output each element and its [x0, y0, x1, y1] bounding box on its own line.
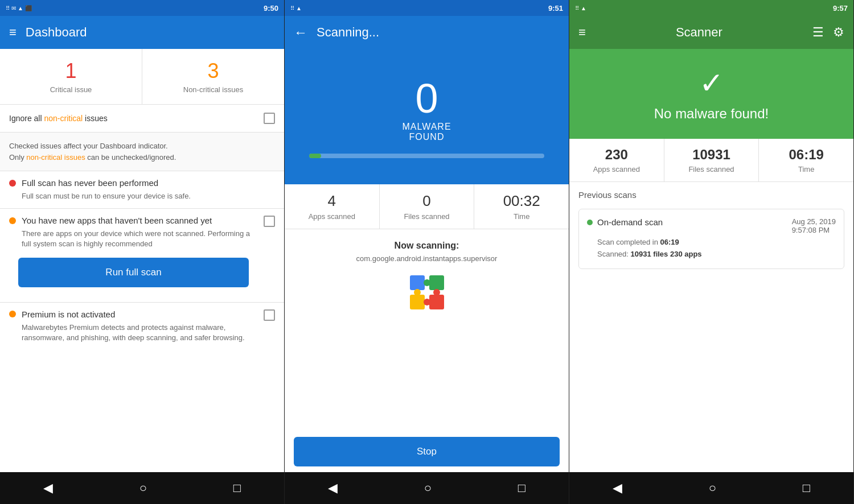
result-time-num: 06:19	[767, 147, 845, 163]
scanning-stats-row: 4 Apps scanned 0 Files scanned 00:32 Tim…	[285, 184, 569, 229]
spacer-2	[285, 330, 569, 431]
settings-icon[interactable]: ⚙	[833, 25, 844, 40]
previous-scans-header: Previous scans	[569, 182, 853, 204]
now-scanning-label: Now scanning:	[294, 241, 560, 251]
new-apps-header: You have new apps that haven't been scan…	[9, 216, 258, 225]
hamburger-icon[interactable]: ≡	[9, 25, 17, 40]
full-scan-title: Full scan has never been performed	[22, 178, 158, 188]
app-icon	[407, 272, 447, 313]
progress-bar-bg	[309, 154, 544, 158]
signal-icon: ⬛	[25, 5, 32, 11]
result-stats-row: 230 Apps scanned 10931 Files scanned 06:…	[569, 139, 853, 182]
info-line1: Checked issues affect your Dashboard ind…	[9, 142, 168, 150]
noncritical-count: 3	[153, 59, 274, 83]
spacer-1	[0, 350, 284, 472]
home-button-3[interactable]: ○	[709, 481, 716, 495]
status-bar-1: ⠿ ✉ ▲ ⬛ 9:50	[0, 0, 284, 16]
svg-rect-3	[429, 295, 444, 309]
back-button-2[interactable]: ◀	[328, 481, 338, 495]
nav-bar-3: ◀ ○ □	[569, 472, 853, 504]
new-apps-content: You have new apps that haven't been scan…	[9, 216, 258, 295]
result-time-stat: 06:19 Time	[759, 139, 853, 181]
stop-button[interactable]: Stop	[294, 437, 560, 466]
scan-detail-2: Scanned: 10931 files 230 apps	[587, 249, 836, 261]
scan-name: On-demand scan	[587, 217, 663, 227]
status-time-1: 9:50	[264, 4, 278, 13]
status-icons-left-3: ⠿ ▲	[575, 5, 586, 11]
header-icons: ☰ ⚙	[812, 25, 844, 40]
recents-button-3[interactable]: □	[803, 481, 810, 495]
svg-point-7	[433, 289, 440, 296]
apps-scanned-num: 4	[293, 192, 371, 210]
mail-icon: ✉	[11, 5, 16, 11]
new-apps-desc: There are apps on your device which were…	[9, 229, 258, 249]
screen-dashboard: ⠿ ✉ ▲ ⬛ 9:50 ≡ Dashboard 1 Critical issu…	[0, 0, 285, 504]
malware-count: 0	[415, 75, 438, 122]
nav-bar-2: ◀ ○ □	[285, 472, 569, 504]
list-icon[interactable]: ☰	[812, 25, 824, 40]
now-scanning-section: Now scanning: com.google.android.instant…	[285, 229, 569, 330]
apps-scanned-label: Apps scanned	[293, 212, 371, 221]
scanning-title: Scanning...	[317, 25, 379, 40]
status-time-3: 9:57	[833, 4, 848, 13]
svg-point-6	[424, 299, 430, 305]
wifi-icon-3: ▲	[581, 5, 586, 11]
premium-checkbox[interactable]	[264, 309, 275, 321]
new-apps-issue: You have new apps that haven't been scan…	[0, 209, 284, 302]
back-button-3[interactable]: ◀	[613, 481, 622, 495]
ignore-row[interactable]: Ignore all non-critical issues	[0, 105, 284, 133]
svg-rect-1	[429, 275, 444, 290]
screen-scanner-results: ⠿ ▲ 9:57 ≡ Scanner ☰ ⚙ ✓ No malware foun…	[569, 0, 854, 504]
run-full-scan-button[interactable]: Run full scan	[18, 258, 249, 287]
progress-bar-fill	[309, 154, 321, 158]
scanner-title: Scanner	[676, 25, 722, 40]
ignore-highlight: non-critical	[44, 114, 83, 123]
scanning-header: ← Scanning...	[285, 16, 569, 49]
svg-point-4	[424, 279, 430, 286]
new-apps-title: You have new apps that haven't been scan…	[22, 216, 212, 225]
svg-rect-2	[410, 295, 425, 309]
hamburger-icon-3[interactable]: ≡	[578, 25, 586, 40]
result-files-stat: 10931 Files scanned	[664, 139, 759, 181]
home-button-2[interactable]: ○	[424, 481, 432, 495]
status-bar-3: ⠿ ▲ 9:57	[569, 0, 853, 16]
recents-button-1[interactable]: □	[233, 481, 241, 495]
scan-item-header: On-demand scan Aug 25, 2019 9:57:08 PM	[587, 217, 836, 234]
result-time-label: Time	[767, 165, 845, 173]
noncritical-label: Non-critical issues	[153, 85, 274, 94]
checkmark-icon: ✓	[699, 66, 724, 100]
new-apps-dot	[9, 217, 16, 224]
ignore-checkbox[interactable]	[264, 113, 275, 124]
new-apps-checkbox[interactable]	[264, 216, 275, 227]
scan-list-item[interactable]: On-demand scan Aug 25, 2019 9:57:08 PM S…	[578, 209, 844, 269]
info-highlight: non-critical issues	[26, 153, 85, 162]
scan-time: 9:57:08 PM	[792, 226, 836, 234]
svg-rect-0	[410, 275, 425, 290]
full-scan-desc: Full scan must be run to ensure your dev…	[9, 191, 275, 201]
result-apps-num: 230	[577, 147, 656, 163]
notification-icon: ⠿	[6, 5, 10, 11]
nav-bar-1: ◀ ○ □	[0, 472, 284, 504]
full-scan-header: Full scan has never been performed	[9, 178, 275, 188]
info-box: Checked issues affect your Dashboard ind…	[0, 133, 284, 171]
wifi-icon: ▲	[18, 5, 23, 11]
back-arrow-icon[interactable]: ←	[294, 24, 307, 40]
scanner-header: ≡ Scanner ☰ ⚙	[569, 16, 853, 49]
premium-title-row: Premium is not activated	[9, 309, 258, 319]
files-scanned-num: 0	[388, 192, 466, 210]
result-files-label: Files scanned	[672, 165, 751, 173]
scan-date-block: Aug 25, 2019 9:57:08 PM	[792, 217, 836, 234]
critical-issue-stat: 1 Critical issue	[0, 49, 142, 104]
scanning-area: 0 MALWAREFOUND	[285, 49, 569, 184]
back-button-1[interactable]: ◀	[43, 481, 53, 495]
home-button-1[interactable]: ○	[139, 481, 147, 495]
apps-scanned-stat: 4 Apps scanned	[285, 184, 380, 229]
puzzle-icon-svg	[407, 272, 447, 313]
full-scan-dot	[9, 180, 16, 187]
result-files-num: 10931	[672, 147, 751, 163]
notification-icon-3: ⠿	[575, 5, 579, 11]
files-scanned-stat: 0 Files scanned	[380, 184, 475, 229]
status-bar-2: ⠿ ▲ 9:51	[285, 0, 569, 16]
premium-issue: Premium is not activated Malwarebytes Pr…	[0, 303, 284, 350]
recents-button-2[interactable]: □	[518, 481, 525, 495]
